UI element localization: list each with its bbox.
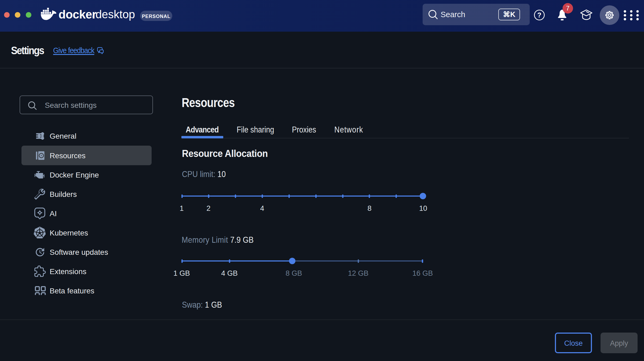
svg-text:7: 7	[566, 5, 570, 12]
svg-text:?: ?	[537, 11, 541, 19]
